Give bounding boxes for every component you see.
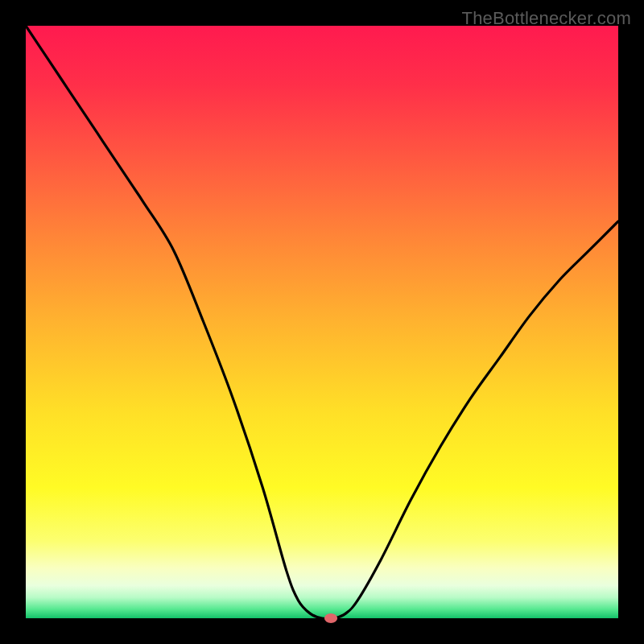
- bottleneck-chart: [10, 10, 634, 634]
- optimal-marker: [324, 613, 337, 623]
- chart-frame: TheBottlenecker.com: [10, 10, 634, 634]
- watermark-label: TheBottlenecker.com: [462, 8, 631, 29]
- chart-background: [26, 26, 618, 618]
